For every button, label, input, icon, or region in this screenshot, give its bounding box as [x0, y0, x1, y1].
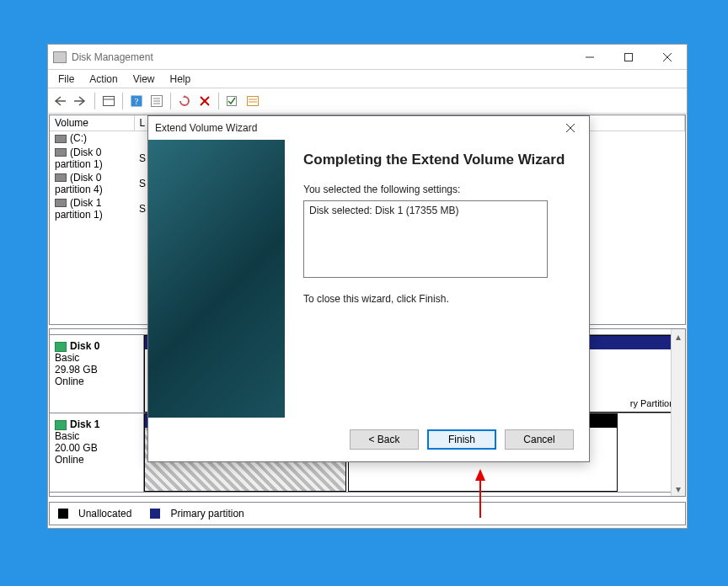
help-button[interactable]: ? — [127, 92, 146, 110]
drive-icon — [55, 135, 67, 143]
disk-label[interactable]: Disk 1 Basic 20.00 GB Online — [50, 413, 144, 492]
wizard-summary-text: Disk selected: Disk 1 (17355 MB) — [309, 205, 458, 216]
wizard-summary-box: Disk selected: Disk 1 (17355 MB) — [303, 200, 548, 278]
wizard-body: Completing the Extend Volume Wizard You … — [148, 140, 589, 418]
disk-label[interactable]: Disk 0 Basic 29.98 GB Online — [50, 335, 144, 413]
app-title: Disk Management — [72, 51, 570, 63]
toolbar-separator — [122, 93, 123, 109]
close-button[interactable] — [648, 45, 687, 70]
svg-rect-4 — [104, 96, 115, 105]
back-button[interactable] — [51, 92, 70, 110]
scroll-down-button[interactable]: ▾ — [672, 482, 685, 496]
menu-view[interactable]: View — [126, 72, 162, 87]
scroll-track[interactable] — [672, 344, 685, 482]
svg-text:?: ? — [135, 96, 139, 106]
wizard-closing: To close this wizard, click Finish. — [303, 293, 570, 305]
menu-file[interactable]: File — [51, 72, 81, 87]
drive-icon — [55, 173, 67, 182]
wizard-heading: Completing the Extend Volume Wizard — [303, 152, 570, 168]
delete-button[interactable] — [195, 92, 214, 110]
svg-rect-15 — [248, 96, 259, 105]
menubar: File Action View Help — [48, 70, 687, 88]
vertical-scrollbar[interactable]: ▴ ▾ — [671, 329, 685, 496]
legend-label-unallocated: Unallocated — [78, 508, 131, 519]
titlebar[interactable]: Disk Management — [48, 45, 687, 70]
toolbar-separator — [218, 93, 219, 109]
toolbar-separator — [94, 93, 95, 109]
maximize-button[interactable] — [609, 45, 648, 70]
settings-button[interactable] — [147, 92, 166, 110]
minimize-button[interactable] — [570, 45, 609, 70]
disk-icon — [55, 420, 67, 430]
wizard-side-graphic — [148, 140, 285, 418]
disk-icon — [55, 342, 67, 352]
wizard-title: Extend Volume Wizard — [155, 122, 257, 134]
wizard-titlebar[interactable]: Extend Volume Wizard — [148, 116, 589, 140]
wizard-close-button[interactable] — [559, 118, 582, 138]
scroll-up-button[interactable]: ▴ — [672, 329, 685, 344]
legend-label-primary: Primary partition — [170, 508, 244, 519]
window-controls — [570, 45, 687, 70]
drive-icon — [55, 199, 67, 207]
drive-icon — [55, 148, 67, 157]
toolbar: ? — [48, 88, 687, 114]
legend: Unallocated Primary partition — [49, 502, 686, 525]
legend-swatch-primary — [150, 509, 160, 519]
menu-action[interactable]: Action — [83, 72, 124, 87]
refresh-button[interactable] — [175, 92, 194, 110]
col-volume[interactable]: Volume — [50, 115, 134, 131]
wizard-content: Completing the Extend Volume Wizard You … — [285, 140, 589, 418]
app-icon — [53, 51, 67, 63]
show-hide-console-button[interactable] — [99, 92, 118, 110]
wizard-footer: < Back Finish Cancel — [148, 418, 589, 461]
toolbar-separator — [170, 93, 171, 109]
menu-help[interactable]: Help — [163, 72, 198, 87]
finish-button[interactable]: Finish — [427, 429, 496, 450]
legend-swatch-unallocated — [58, 509, 68, 519]
checkbox-tool-button[interactable] — [223, 92, 242, 110]
list-tool-button[interactable] — [244, 92, 262, 110]
cancel-button[interactable]: Cancel — [505, 429, 574, 450]
extend-volume-wizard-dialog: Extend Volume Wizard Completing the Exte… — [147, 115, 590, 462]
svg-rect-1 — [625, 53, 633, 61]
forward-button[interactable] — [72, 92, 90, 110]
wizard-intro: You selected the following settings: — [303, 184, 570, 195]
back-button[interactable]: < Back — [350, 429, 419, 450]
